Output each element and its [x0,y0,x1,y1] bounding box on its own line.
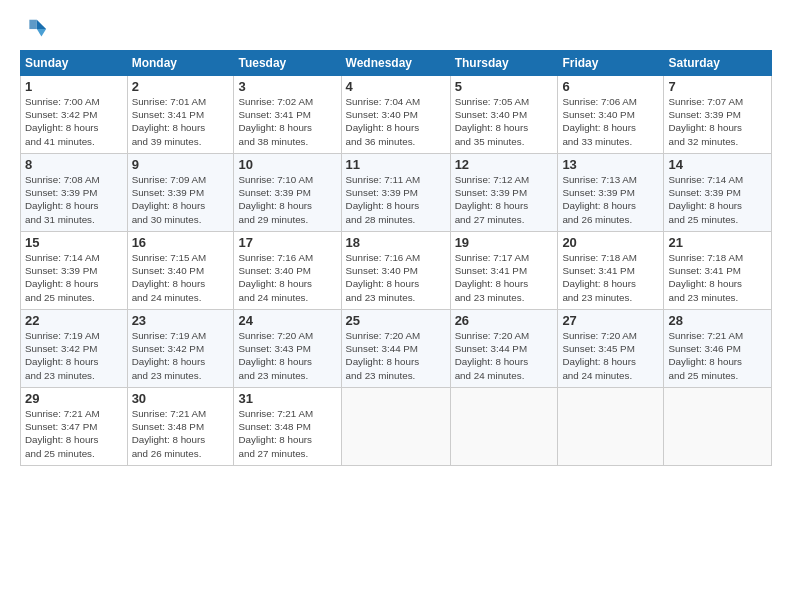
calendar-cell: 31Sunrise: 7:21 AMSunset: 3:48 PMDayligh… [234,388,341,466]
weekday-header: Tuesday [234,51,341,76]
calendar-week-row: 1Sunrise: 7:00 AMSunset: 3:42 PMDaylight… [21,76,772,154]
weekday-header: Thursday [450,51,558,76]
day-info: Sunrise: 7:02 AMSunset: 3:41 PMDaylight:… [238,95,336,148]
day-info: Sunrise: 7:06 AMSunset: 3:40 PMDaylight:… [562,95,659,148]
day-number: 2 [132,79,230,94]
svg-marker-2 [29,20,36,29]
logo-icon [20,16,48,44]
day-info: Sunrise: 7:12 AMSunset: 3:39 PMDaylight:… [455,173,554,226]
logo [20,16,52,44]
day-info: Sunrise: 7:20 AMSunset: 3:44 PMDaylight:… [346,329,446,382]
day-number: 3 [238,79,336,94]
day-info: Sunrise: 7:20 AMSunset: 3:45 PMDaylight:… [562,329,659,382]
calendar-week-row: 15Sunrise: 7:14 AMSunset: 3:39 PMDayligh… [21,232,772,310]
day-number: 24 [238,313,336,328]
weekday-row: SundayMondayTuesdayWednesdayThursdayFrid… [21,51,772,76]
day-info: Sunrise: 7:21 AMSunset: 3:48 PMDaylight:… [238,407,336,460]
calendar-cell: 23Sunrise: 7:19 AMSunset: 3:42 PMDayligh… [127,310,234,388]
calendar-cell: 18Sunrise: 7:16 AMSunset: 3:40 PMDayligh… [341,232,450,310]
day-info: Sunrise: 7:11 AMSunset: 3:39 PMDaylight:… [346,173,446,226]
calendar-cell: 6Sunrise: 7:06 AMSunset: 3:40 PMDaylight… [558,76,664,154]
day-info: Sunrise: 7:21 AMSunset: 3:47 PMDaylight:… [25,407,123,460]
day-number: 31 [238,391,336,406]
day-info: Sunrise: 7:20 AMSunset: 3:43 PMDaylight:… [238,329,336,382]
calendar-week-row: 22Sunrise: 7:19 AMSunset: 3:42 PMDayligh… [21,310,772,388]
calendar-cell [558,388,664,466]
calendar-week-row: 29Sunrise: 7:21 AMSunset: 3:47 PMDayligh… [21,388,772,466]
day-info: Sunrise: 7:13 AMSunset: 3:39 PMDaylight:… [562,173,659,226]
day-number: 29 [25,391,123,406]
calendar-cell: 29Sunrise: 7:21 AMSunset: 3:47 PMDayligh… [21,388,128,466]
day-number: 12 [455,157,554,172]
calendar-cell: 10Sunrise: 7:10 AMSunset: 3:39 PMDayligh… [234,154,341,232]
day-number: 28 [668,313,767,328]
day-info: Sunrise: 7:18 AMSunset: 3:41 PMDaylight:… [562,251,659,304]
day-info: Sunrise: 7:00 AMSunset: 3:42 PMDaylight:… [25,95,123,148]
weekday-header: Saturday [664,51,772,76]
day-info: Sunrise: 7:17 AMSunset: 3:41 PMDaylight:… [455,251,554,304]
calendar-cell [341,388,450,466]
day-number: 5 [455,79,554,94]
day-number: 17 [238,235,336,250]
day-info: Sunrise: 7:01 AMSunset: 3:41 PMDaylight:… [132,95,230,148]
day-number: 7 [668,79,767,94]
calendar-cell: 19Sunrise: 7:17 AMSunset: 3:41 PMDayligh… [450,232,558,310]
calendar-cell: 5Sunrise: 7:05 AMSunset: 3:40 PMDaylight… [450,76,558,154]
day-info: Sunrise: 7:08 AMSunset: 3:39 PMDaylight:… [25,173,123,226]
calendar-cell: 9Sunrise: 7:09 AMSunset: 3:39 PMDaylight… [127,154,234,232]
calendar-cell: 15Sunrise: 7:14 AMSunset: 3:39 PMDayligh… [21,232,128,310]
calendar-header: SundayMondayTuesdayWednesdayThursdayFrid… [21,51,772,76]
day-info: Sunrise: 7:09 AMSunset: 3:39 PMDaylight:… [132,173,230,226]
header [20,16,772,44]
calendar-cell: 27Sunrise: 7:20 AMSunset: 3:45 PMDayligh… [558,310,664,388]
day-info: Sunrise: 7:19 AMSunset: 3:42 PMDaylight:… [132,329,230,382]
calendar-body: 1Sunrise: 7:00 AMSunset: 3:42 PMDaylight… [21,76,772,466]
calendar-cell [450,388,558,466]
svg-marker-1 [37,29,46,36]
calendar-cell: 11Sunrise: 7:11 AMSunset: 3:39 PMDayligh… [341,154,450,232]
day-number: 13 [562,157,659,172]
calendar-cell: 14Sunrise: 7:14 AMSunset: 3:39 PMDayligh… [664,154,772,232]
day-number: 20 [562,235,659,250]
calendar-cell: 24Sunrise: 7:20 AMSunset: 3:43 PMDayligh… [234,310,341,388]
day-info: Sunrise: 7:14 AMSunset: 3:39 PMDaylight:… [25,251,123,304]
day-info: Sunrise: 7:20 AMSunset: 3:44 PMDaylight:… [455,329,554,382]
day-info: Sunrise: 7:15 AMSunset: 3:40 PMDaylight:… [132,251,230,304]
day-number: 26 [455,313,554,328]
calendar-cell: 20Sunrise: 7:18 AMSunset: 3:41 PMDayligh… [558,232,664,310]
calendar-cell: 21Sunrise: 7:18 AMSunset: 3:41 PMDayligh… [664,232,772,310]
calendar-cell: 28Sunrise: 7:21 AMSunset: 3:46 PMDayligh… [664,310,772,388]
page: SundayMondayTuesdayWednesdayThursdayFrid… [0,0,792,612]
calendar-cell: 12Sunrise: 7:12 AMSunset: 3:39 PMDayligh… [450,154,558,232]
weekday-header: Friday [558,51,664,76]
day-number: 1 [25,79,123,94]
day-number: 27 [562,313,659,328]
day-info: Sunrise: 7:21 AMSunset: 3:46 PMDaylight:… [668,329,767,382]
day-info: Sunrise: 7:04 AMSunset: 3:40 PMDaylight:… [346,95,446,148]
calendar-week-row: 8Sunrise: 7:08 AMSunset: 3:39 PMDaylight… [21,154,772,232]
day-info: Sunrise: 7:05 AMSunset: 3:40 PMDaylight:… [455,95,554,148]
day-number: 30 [132,391,230,406]
svg-marker-0 [37,20,46,29]
day-number: 9 [132,157,230,172]
day-number: 10 [238,157,336,172]
day-number: 21 [668,235,767,250]
day-number: 11 [346,157,446,172]
day-info: Sunrise: 7:10 AMSunset: 3:39 PMDaylight:… [238,173,336,226]
calendar-cell: 7Sunrise: 7:07 AMSunset: 3:39 PMDaylight… [664,76,772,154]
calendar-cell: 22Sunrise: 7:19 AMSunset: 3:42 PMDayligh… [21,310,128,388]
day-number: 6 [562,79,659,94]
calendar-cell: 1Sunrise: 7:00 AMSunset: 3:42 PMDaylight… [21,76,128,154]
calendar-cell: 26Sunrise: 7:20 AMSunset: 3:44 PMDayligh… [450,310,558,388]
day-number: 18 [346,235,446,250]
day-number: 16 [132,235,230,250]
day-number: 23 [132,313,230,328]
day-number: 22 [25,313,123,328]
calendar-cell: 30Sunrise: 7:21 AMSunset: 3:48 PMDayligh… [127,388,234,466]
calendar-cell: 17Sunrise: 7:16 AMSunset: 3:40 PMDayligh… [234,232,341,310]
calendar-cell: 16Sunrise: 7:15 AMSunset: 3:40 PMDayligh… [127,232,234,310]
day-info: Sunrise: 7:21 AMSunset: 3:48 PMDaylight:… [132,407,230,460]
calendar-cell: 25Sunrise: 7:20 AMSunset: 3:44 PMDayligh… [341,310,450,388]
day-info: Sunrise: 7:18 AMSunset: 3:41 PMDaylight:… [668,251,767,304]
calendar-cell: 2Sunrise: 7:01 AMSunset: 3:41 PMDaylight… [127,76,234,154]
